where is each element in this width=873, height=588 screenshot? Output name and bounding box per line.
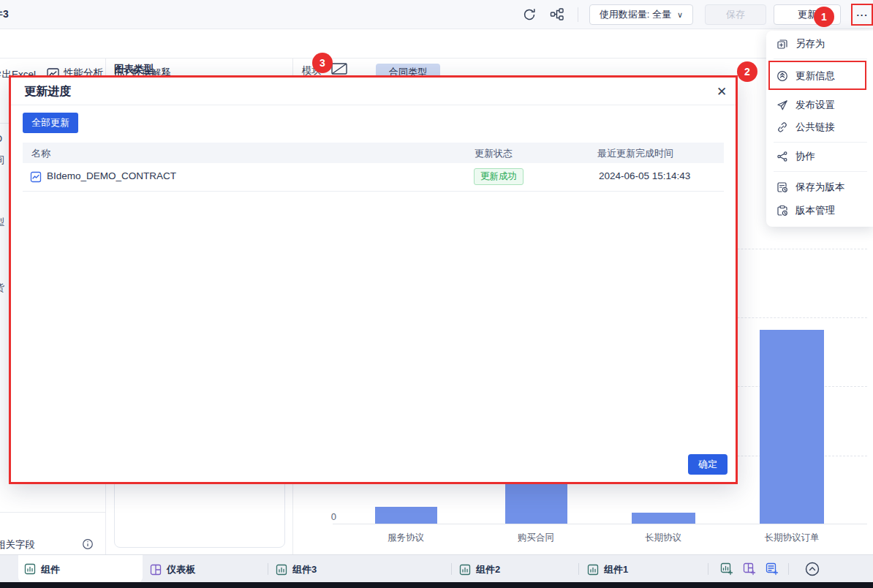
menu-item-version-management[interactable]: 版本管理 xyxy=(766,200,873,221)
tab-component-active[interactable]: 组件 xyxy=(18,555,143,583)
bar-service-agreement[interactable] xyxy=(375,507,437,524)
add-dashboard-icon[interactable] xyxy=(743,562,756,576)
menu-divider xyxy=(774,142,867,143)
bar-long-term-agreement-order[interactable] xyxy=(760,330,824,524)
tab-component2[interactable]: 组件2 xyxy=(459,563,500,576)
component-toolbar: 导出Excel 性能分析 数据解释 xyxy=(0,29,873,59)
dataset-name: BIdemo_DEMO_CONTRACT xyxy=(47,170,176,181)
chart-icon xyxy=(587,564,599,576)
add-chart-icon[interactable] xyxy=(720,562,733,576)
left-panel-item-fragment[interactable]: O xyxy=(0,132,8,144)
menu-item-save-as-version[interactable]: 保存为版本 xyxy=(766,177,873,197)
related-fields-label: 相关字段 xyxy=(0,538,79,551)
dialog-header-divider xyxy=(11,105,736,105)
left-panel-item-fragment[interactable]: 货 xyxy=(0,281,8,293)
chart-icon xyxy=(276,564,287,576)
annotation-step-1: 1 xyxy=(814,7,834,27)
table-header-row: 名称 更新状态 最近更新完成时间 xyxy=(23,143,724,163)
refresh-icon[interactable] xyxy=(522,7,537,22)
chart-icon xyxy=(24,563,36,575)
collaborate-icon xyxy=(776,151,788,162)
add-report-icon[interactable] xyxy=(766,562,779,576)
status-badge: 更新成功 xyxy=(474,168,524,185)
x-axis-label: 购买合同 xyxy=(507,532,565,544)
chevron-down-icon: ∨ xyxy=(677,10,683,20)
menu-divider xyxy=(774,171,867,172)
x-axis-label: 服务协议 xyxy=(377,532,435,544)
left-panel-item-fragment[interactable]: 型 xyxy=(0,215,8,227)
left-panel-bottom-divider xyxy=(0,512,105,513)
save-as-icon xyxy=(776,38,788,50)
toolbar-separator xyxy=(578,7,578,22)
column-header-last-updated: 最近更新完成时间 xyxy=(597,147,673,160)
ok-button[interactable]: 确定 xyxy=(688,454,728,475)
collapse-icon[interactable] xyxy=(804,561,820,577)
menu-item-public-link[interactable]: 公共链接 xyxy=(766,117,873,137)
tab-separator xyxy=(788,563,789,575)
more-actions-menu: 另存为 更新信息 发布设置 公共链接 协作 xyxy=(766,31,873,227)
update-info-icon xyxy=(776,70,788,82)
last-updated-time: 2024-06-05 15:14:43 xyxy=(599,170,690,181)
chart-icon xyxy=(459,564,471,576)
app-window: 0 服务协议 购买合同 长期协议 长期协议订单 O 间 型 货 相关字段 图表类… xyxy=(0,0,873,588)
left-panel-row-divider xyxy=(0,123,9,124)
table-row[interactable]: BIdemo_DEMO_CONTRACT 更新成功 2024-06-05 15:… xyxy=(23,163,724,191)
public-link-icon xyxy=(776,121,788,133)
annotation-step-2: 2 xyxy=(737,61,757,82)
tab-separator xyxy=(708,563,708,575)
update-all-button[interactable]: 全部更新 xyxy=(23,113,78,133)
version-manage-icon xyxy=(776,205,788,216)
menu-item-collaborate[interactable]: 协作 xyxy=(766,146,873,167)
tab-separator xyxy=(451,563,452,575)
menu-item-publish-settings[interactable]: 发布设置 xyxy=(766,95,873,116)
menu-item-update-info[interactable]: 更新信息 xyxy=(766,66,873,86)
top-bar: 件3 使用数据量: 全量∨ 保存 更新 ··· xyxy=(0,0,873,29)
menu-divider xyxy=(774,59,867,59)
close-icon[interactable]: ✕ xyxy=(713,83,730,100)
bar-long-term-agreement[interactable] xyxy=(632,513,695,524)
model-relation-icon[interactable] xyxy=(550,7,564,22)
dialog-title: 更新进度 xyxy=(24,84,71,99)
save-version-icon xyxy=(776,181,788,193)
update-progress-dialog: 更新进度 ✕ 全部更新 名称 更新状态 最近更新完成时间 BIdemo_DEMO… xyxy=(9,75,738,484)
page-title: 件3 xyxy=(0,7,12,23)
annotation-step-3: 3 xyxy=(312,53,333,73)
table-row-divider xyxy=(23,191,724,192)
tab-separator xyxy=(578,563,579,575)
column-header-name: 名称 xyxy=(31,147,50,160)
dashboard-icon xyxy=(150,564,162,576)
x-axis-label: 长期协议 xyxy=(630,532,696,544)
left-panel-item-fragment[interactable]: 间 xyxy=(0,153,8,165)
menu-item-save-as[interactable]: 另存为 xyxy=(766,34,873,54)
tab-component1[interactable]: 组件1 xyxy=(587,563,628,576)
tab-separator xyxy=(268,563,268,575)
save-button[interactable]: 保存 xyxy=(705,4,766,25)
chart-switch-icon[interactable] xyxy=(330,62,348,75)
info-icon[interactable] xyxy=(82,538,94,550)
taskbar-strip xyxy=(0,582,873,588)
x-axis-label: 长期协议订单 xyxy=(752,532,832,544)
dataset-volume-dropdown[interactable]: 使用数据量: 全量∨ xyxy=(589,4,693,25)
tab-dashboard[interactable]: 仪表板 xyxy=(150,563,195,576)
tab-component3[interactable]: 组件3 xyxy=(276,563,317,576)
bottom-tab-bar: 组件 仪表板 组件3 组件2 组件1 xyxy=(0,554,873,582)
publish-settings-icon xyxy=(776,99,788,111)
column-header-status: 更新状态 xyxy=(475,147,513,160)
more-actions-button[interactable]: ··· xyxy=(853,4,872,25)
x-axis-line xyxy=(333,524,867,524)
bar-purchase-contract[interactable] xyxy=(505,484,567,524)
dataset-chart-icon xyxy=(30,171,42,183)
y-axis-tick-zero: 0 xyxy=(320,511,336,522)
